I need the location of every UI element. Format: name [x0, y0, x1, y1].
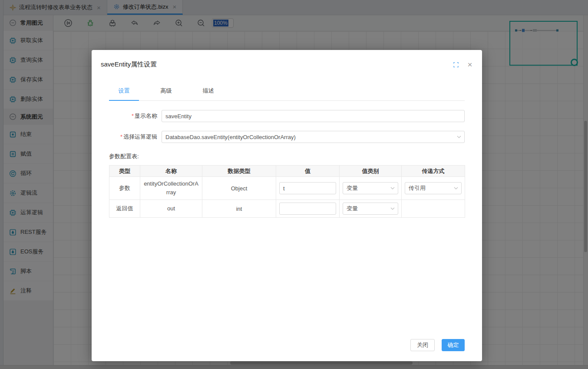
cell-type: 返回值: [109, 200, 140, 218]
col-value: 值: [276, 166, 340, 177]
cell-value: [276, 200, 340, 218]
required-asterisk: *: [132, 113, 134, 119]
param-name: out: [142, 204, 200, 213]
value-category-select[interactable]: 变量: [343, 182, 398, 194]
param-table-row: 返回值 out int 变量: [109, 200, 465, 218]
chevron-down-icon: [390, 207, 395, 210]
chevron-down-icon: [454, 187, 458, 189]
col-data-type: 数据类型: [202, 166, 276, 177]
display-name-row: *显示名称: [109, 110, 465, 122]
cell-name: entityOrCollectionOrArray: [140, 177, 202, 200]
cell-data-type: int: [202, 200, 276, 218]
param-table: 类型 名称 数据类型 值 值类别 传递方式 参数 entityOrCollect…: [109, 165, 465, 218]
tab-description[interactable]: 描述: [193, 87, 223, 100]
tab-settings[interactable]: 设置: [109, 87, 139, 101]
cell-pass-mode: 传引用: [402, 177, 465, 200]
pass-mode-value: 传引用: [409, 184, 426, 192]
logic-label: *选择运算逻辑: [109, 133, 157, 141]
dialog-tabs: 设置 高级 描述: [109, 87, 465, 101]
logic-select[interactable]: DatabaseDao.saveEntity(entityOrCollectio…: [162, 131, 465, 143]
chevron-down-icon: [390, 187, 395, 189]
cell-pass-mode: [402, 200, 465, 218]
cell-value: [276, 177, 340, 200]
col-name: 名称: [140, 166, 202, 177]
display-name-label: *显示名称: [109, 112, 157, 120]
required-asterisk: *: [120, 133, 122, 140]
chevron-down-icon: [457, 136, 461, 138]
app-window: 流程流转时修改表单业务状态 × 修改订单状态.bizx × 常用图元获取实体查询…: [0, 0, 588, 369]
dialog-title: saveEntity属性设置: [101, 60, 446, 69]
cell-value-category: 变量: [340, 177, 402, 200]
param-table-title: 参数配置表:: [109, 153, 465, 160]
cell-data-type: Object: [202, 177, 276, 200]
cell-value-category: 变量: [340, 200, 402, 218]
col-value-category: 值类别: [340, 166, 402, 177]
dialog-body: *显示名称 *选择运算逻辑 DatabaseDao.saveEntity(ent…: [92, 110, 482, 218]
pass-mode-select[interactable]: 传引用: [405, 182, 462, 194]
param-name: entityOrCollectionOrArray: [142, 180, 200, 197]
param-value-input[interactable]: [279, 182, 336, 194]
logic-select-value: DatabaseDao.saveEntity(entityOrCollectio…: [165, 134, 296, 140]
dialog-close-icon[interactable]: ×: [466, 61, 473, 68]
close-button[interactable]: 关闭: [410, 339, 435, 351]
tab-advanced[interactable]: 高级: [151, 87, 181, 100]
value-category-value: 变量: [347, 205, 358, 213]
confirm-button[interactable]: 确定: [442, 339, 465, 351]
param-table-row: 参数 entityOrCollectionOrArray Object 变量: [109, 177, 465, 200]
value-category-value: 变量: [347, 184, 358, 192]
param-table-header-row: 类型 名称 数据类型 值 值类别 传递方式: [109, 166, 465, 177]
logic-label-text: 选择运算逻辑: [123, 133, 157, 140]
param-value-input[interactable]: [279, 203, 336, 215]
dialog-footer: 关闭 确定: [410, 339, 465, 351]
value-category-select[interactable]: 变量: [343, 203, 398, 215]
dialog-header: saveEntity属性设置 ×: [92, 50, 482, 69]
display-name-label-text: 显示名称: [135, 113, 157, 119]
col-type: 类型: [109, 166, 140, 177]
property-dialog: saveEntity属性设置 × 设置 高级 描述 *显示名称 *选择运算逻辑 …: [92, 50, 482, 361]
logic-row: *选择运算逻辑 DatabaseDao.saveEntity(entityOrC…: [109, 131, 465, 143]
col-pass-mode: 传递方式: [402, 166, 465, 177]
fullscreen-icon[interactable]: [453, 61, 459, 68]
display-name-input[interactable]: [162, 110, 465, 122]
cell-name: out: [140, 200, 202, 218]
cell-type: 参数: [109, 177, 140, 200]
